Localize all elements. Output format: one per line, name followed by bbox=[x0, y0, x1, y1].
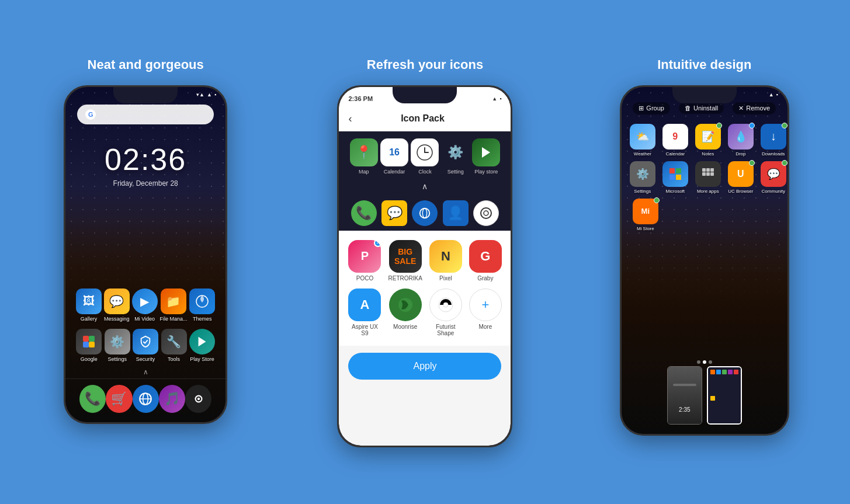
downloads-label: Downloads bbox=[762, 151, 785, 157]
app-downloads[interactable]: ↓ Downloads bbox=[761, 124, 786, 157]
app-settings[interactable]: ⚙️ Settings bbox=[105, 329, 130, 362]
app-themes[interactable]: Themes bbox=[189, 289, 215, 322]
icon-camera2[interactable] bbox=[473, 200, 499, 226]
dock-browser[interactable] bbox=[133, 385, 159, 413]
mistore-icon: Mi bbox=[633, 199, 658, 224]
notch-2 bbox=[393, 87, 457, 103]
app-microsoft[interactable]: Microsoft bbox=[662, 161, 688, 194]
second-icon-row: 📞 💬 👤 bbox=[339, 196, 511, 231]
icon-playstore2[interactable]: Play store bbox=[472, 138, 500, 175]
uninstall-button[interactable]: 🗑 Uninstall bbox=[679, 102, 724, 114]
pack-poco[interactable]: P ✓ POCO bbox=[348, 240, 381, 281]
pack-pixel[interactable]: N Pixel bbox=[429, 240, 462, 281]
pack-aspire[interactable]: A Aspire UX S9 bbox=[348, 289, 381, 336]
icon-msg2[interactable]: 💬 bbox=[381, 200, 407, 226]
icon-calendar[interactable]: 16 Calendar bbox=[380, 138, 408, 175]
phone-frame-1: ▾▲ ▲ ▪ G 02:36 Friday, December 28 bbox=[64, 85, 227, 424]
svg-point-9 bbox=[197, 397, 199, 399]
app-ucbrowser[interactable]: U UC Browser bbox=[728, 161, 754, 194]
microsoft-icon bbox=[662, 161, 688, 187]
weather-icon: ⛅ bbox=[630, 124, 655, 150]
back-button[interactable]: ‹ bbox=[348, 113, 352, 125]
icon-map[interactable]: 📍 Map bbox=[350, 138, 378, 175]
community-badge bbox=[782, 160, 787, 166]
pack-moonrise[interactable]: Moonrise bbox=[388, 289, 422, 336]
bottom-thumbnails: 2:35 bbox=[667, 366, 742, 425]
clock-display: 02:36 Friday, December 28 bbox=[65, 142, 225, 285]
app-mistore[interactable]: Mi Mi Store bbox=[630, 199, 661, 231]
remove-button[interactable]: ✕ Remove bbox=[733, 102, 776, 114]
playstore2-icon bbox=[472, 138, 500, 166]
app-community[interactable]: 💬 Community bbox=[761, 161, 786, 194]
notch-1 bbox=[113, 87, 178, 103]
apply-button[interactable]: Apply bbox=[348, 353, 501, 380]
dock-camera[interactable] bbox=[185, 385, 211, 413]
group-button[interactable]: ⊞ Group bbox=[633, 102, 670, 114]
thumb-2[interactable] bbox=[707, 366, 742, 425]
poco-icon: P ✓ bbox=[348, 240, 381, 273]
ucbrowser-badge bbox=[749, 160, 755, 166]
app-gallery[interactable]: 🖼 Gallery bbox=[76, 289, 102, 322]
icon-clock[interactable]: Clock bbox=[411, 138, 439, 175]
thumb-1[interactable]: 2:35 bbox=[667, 366, 702, 425]
uninstall-label: Uninstall bbox=[693, 105, 718, 112]
pack-graby[interactable]: G Graby bbox=[469, 240, 502, 281]
security-icon bbox=[133, 329, 158, 354]
notch-3 bbox=[672, 87, 737, 103]
battery-icon-2: ▪ bbox=[499, 96, 501, 102]
pack-retrorika[interactable]: BIGSALE RETRORIKA bbox=[388, 240, 422, 281]
search-bar[interactable]: G bbox=[77, 105, 214, 124]
battery-icon-3: ▪ bbox=[776, 92, 778, 98]
app-filemanager[interactable]: 📁 File Mana... bbox=[159, 289, 187, 322]
battery-icon: ▪ bbox=[214, 92, 216, 98]
status-time-2: 2:36 PM bbox=[348, 95, 373, 102]
app-google[interactable]: Google bbox=[76, 329, 102, 362]
bottom-dock: 📞 🛒 🎵 bbox=[65, 378, 225, 422]
app-moreapps[interactable]: More apps bbox=[695, 161, 721, 194]
pack-futurist[interactable]: Futurist Shape bbox=[429, 289, 462, 336]
app-row-3-2: ⚙️ Settings bbox=[630, 161, 779, 194]
app-settings3[interactable]: ⚙️ Settings bbox=[630, 161, 655, 194]
icon-phone2[interactable]: 📞 bbox=[351, 200, 377, 226]
app-folder-grid: ⛅ Weather 9 Calendar 📝 Notes bbox=[622, 119, 787, 236]
gallery-label: Gallery bbox=[81, 316, 98, 322]
app-tools[interactable]: 🔧 Tools bbox=[161, 329, 187, 362]
icon-setting[interactable]: ⚙️ Setting bbox=[442, 138, 470, 175]
app-mivideo[interactable]: ▶ Mi Video bbox=[132, 289, 158, 322]
messaging-icon: 💬 bbox=[104, 289, 130, 314]
app-weather[interactable]: ⛅ Weather bbox=[630, 124, 655, 157]
icon-person2[interactable]: 👤 bbox=[443, 200, 469, 226]
icon-browser2[interactable] bbox=[412, 200, 438, 226]
svg-rect-2 bbox=[89, 336, 95, 342]
dock-phone[interactable]: 📞 bbox=[79, 385, 106, 413]
notes-icon: 📝 bbox=[695, 124, 721, 150]
app-row-2: Google ⚙️ Settings Security bbox=[65, 325, 225, 366]
expand-arrow[interactable]: ∧ bbox=[339, 182, 511, 196]
pack-more[interactable]: + More bbox=[469, 289, 502, 336]
filemanager-label: File Mana... bbox=[159, 316, 187, 322]
google-label: Google bbox=[81, 356, 98, 362]
camera2-icon bbox=[473, 200, 499, 226]
app-cal3[interactable]: 9 Calendar bbox=[662, 124, 688, 157]
svg-point-19 bbox=[443, 303, 448, 307]
app-messaging[interactable]: 💬 Messaging bbox=[104, 289, 130, 322]
group-label: Group bbox=[646, 105, 664, 112]
app-drop[interactable]: 💧 Drop bbox=[728, 124, 754, 157]
app-notes[interactable]: 📝 Notes bbox=[695, 124, 721, 157]
drop-label: Drop bbox=[735, 151, 745, 157]
remove-label: Remove bbox=[746, 105, 770, 112]
dock-music[interactable]: 🎵 bbox=[159, 385, 185, 413]
svg-rect-4 bbox=[89, 342, 95, 347]
main-container: Neat and gorgeous ▾▲ ▲ ▪ bbox=[0, 57, 850, 447]
mivideo-label: Mi Video bbox=[134, 316, 155, 322]
app-security[interactable]: Security bbox=[133, 329, 158, 362]
settings3-label: Settings bbox=[634, 189, 651, 194]
svg-rect-26 bbox=[710, 168, 714, 172]
app-playstore[interactable]: Play Store bbox=[189, 329, 215, 362]
svg-rect-25 bbox=[706, 168, 710, 172]
svg-rect-21 bbox=[676, 168, 681, 173]
tools-icon: 🔧 bbox=[161, 329, 187, 354]
dock-shop[interactable]: 🛒 bbox=[106, 385, 132, 413]
top-icon-grid: 📍 Map 16 Calendar Clock ⚙️ bbox=[339, 131, 511, 182]
dot-2 bbox=[703, 360, 706, 364]
